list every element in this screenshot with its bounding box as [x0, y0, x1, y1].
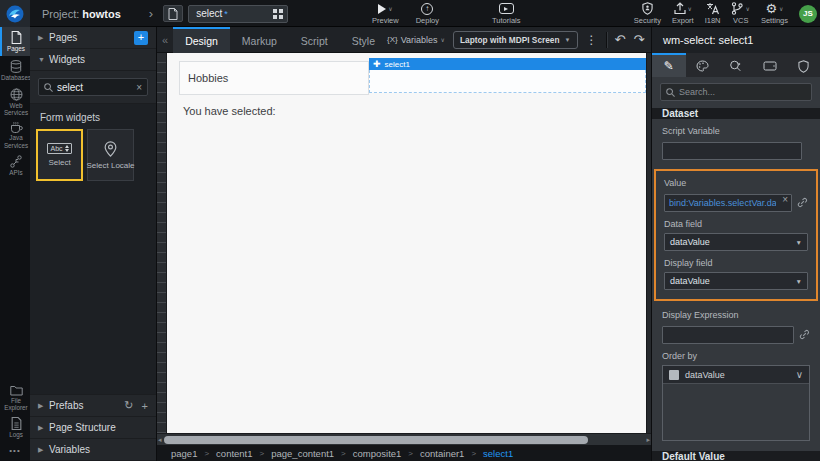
value-binding-input[interactable] — [664, 194, 792, 212]
vertical-ruler — [157, 53, 167, 433]
vcs-button[interactable]: ∨ VCS — [731, 0, 749, 27]
tutorials-button[interactable]: Tutorials — [492, 0, 520, 27]
page-selector-value: select — [196, 8, 222, 19]
folder-icon — [10, 385, 23, 396]
breadcrumb-separator: > — [341, 449, 346, 458]
add-page-button[interactable]: + — [134, 31, 148, 45]
selected-select-widget[interactable]: ✚ select1 — [369, 58, 646, 93]
more-options-icon[interactable]: ⋮ — [586, 33, 598, 47]
tab-events[interactable] — [719, 53, 753, 77]
triangle-right-icon: ▶ — [38, 446, 49, 454]
section-pages[interactable]: ▶ Pages + — [30, 27, 156, 49]
data-field-select[interactable]: dataValue ▼ — [664, 233, 808, 251]
dropdown-arrow-icon: ▼ — [565, 37, 571, 43]
grid-icon[interactable] — [273, 9, 283, 19]
breadcrumb-container1[interactable]: container1 — [420, 448, 464, 459]
sidebar-item-java-services[interactable]: Java Services — [0, 118, 30, 150]
refresh-icon[interactable]: ↻ — [124, 399, 133, 412]
sidebar-item-apis[interactable]: APIs — [0, 151, 30, 180]
wavemaker-logo[interactable] — [0, 0, 30, 27]
scrollbar-thumb[interactable] — [164, 436, 588, 444]
i18n-button[interactable]: I18N — [705, 0, 721, 27]
rail-overflow-menu[interactable]: ••• — [0, 442, 30, 461]
sidebar-item-file-explorer[interactable]: File Explorer — [0, 382, 30, 413]
select-widget-body[interactable] — [369, 70, 646, 93]
toolbar-divider — [606, 32, 607, 48]
tab-properties[interactable]: ✎ — [652, 53, 686, 77]
page-icon[interactable] — [163, 5, 183, 22]
scroll-left-icon[interactable]: ◂ — [158, 434, 162, 446]
clear-binding-icon[interactable]: × — [782, 194, 788, 205]
design-canvas[interactable]: Hobbies ✚ select1 You have selected: — [167, 53, 646, 433]
section-page-structure[interactable]: ▶ Page Structure — [30, 417, 156, 439]
sidebar-item-logs[interactable]: Logs — [0, 413, 30, 442]
widget-card-select-locale[interactable]: Select Locale — [87, 129, 134, 181]
bind-link-icon[interactable] — [799, 329, 810, 340]
breadcrumb-select1[interactable]: select1 — [483, 448, 513, 459]
chevron-down-icon: ∨ — [441, 36, 445, 43]
triangle-right-icon: ▶ — [38, 34, 49, 42]
export-button[interactable]: ∨ Export — [672, 0, 694, 27]
search-icon — [44, 83, 53, 92]
scroll-right-icon[interactable]: ▸ — [646, 434, 650, 446]
variables-button[interactable]: {X} Variables ∨ — [387, 35, 445, 45]
preview-button[interactable]: ∨ Preview — [372, 0, 399, 27]
left-panel-bottom-sections: ▶ Prefabs ↻ + ▶ Page Structure ▶ Variabl… — [30, 394, 156, 461]
sidebar-item-pages[interactable]: Pages — [0, 27, 30, 56]
tab-security[interactable] — [786, 53, 820, 77]
dropdown-arrow-icon: ▼ — [796, 278, 802, 285]
display-expression-input[interactable] — [662, 326, 794, 344]
order-by-checkbox[interactable] — [669, 370, 679, 380]
deploy-button[interactable]: ↑ Deploy — [416, 0, 439, 27]
play-icon — [378, 4, 386, 14]
breadcrumb-page-content1[interactable]: page_content1 — [271, 448, 334, 459]
widget-search-input[interactable] — [57, 82, 132, 93]
properties-panel-title: wm-select: select1 — [652, 27, 820, 53]
wavemaker-logo-icon — [6, 5, 24, 23]
sidebar-item-web-services[interactable]: Web Services — [0, 85, 30, 118]
breadcrumb-page1[interactable]: page1 — [171, 448, 197, 459]
section-widgets[interactable]: ▼ Widgets — [30, 49, 156, 71]
tab-design[interactable]: Design — [173, 27, 230, 53]
script-variable-input[interactable] — [662, 142, 802, 160]
horizontal-scrollbar[interactable]: ◂ ▸ — [157, 433, 651, 445]
user-avatar[interactable]: JS — [799, 5, 817, 23]
document-icon — [168, 8, 178, 20]
properties-panel: wm-select: select1 ✎ — [651, 27, 820, 461]
sidebar-item-databases[interactable]: Databases — [0, 56, 30, 85]
clear-search-icon[interactable]: × — [136, 82, 142, 93]
section-prefabs[interactable]: ▶ Prefabs ↻ + — [30, 395, 156, 417]
page-selector-dropdown[interactable]: select * — [188, 5, 288, 23]
collapse-left-icon[interactable]: « — [157, 34, 173, 46]
undo-icon[interactable]: ↶ — [615, 33, 626, 46]
widget-results: Form widgets Abc Select Select Locale — [30, 104, 156, 394]
redo-icon[interactable]: ↷ — [633, 33, 644, 46]
device-selector-dropdown[interactable]: Laptop with MDPI Screen ▼ — [453, 31, 578, 49]
breadcrumb-composite1[interactable]: composite1 — [353, 448, 402, 459]
widget-card-select[interactable]: Abc Select — [36, 129, 83, 181]
tab-styles[interactable] — [686, 53, 720, 77]
settings-button[interactable]: ⚙∨ Settings — [761, 0, 788, 27]
widget-selection-header[interactable]: ✚ select1 — [369, 58, 646, 70]
chevron-down-icon: ∨ — [688, 5, 692, 12]
order-by-label: Order by — [662, 351, 810, 361]
display-field-label: Display field — [664, 258, 808, 268]
hobbies-label-widget[interactable]: Hobbies — [179, 61, 369, 95]
breadcrumb-content1[interactable]: content1 — [216, 448, 252, 459]
widget-group-title: Form widgets — [30, 104, 156, 129]
bind-link-icon[interactable] — [797, 197, 808, 208]
property-search-input[interactable] — [679, 87, 806, 97]
section-variables[interactable]: ▶ Variables — [30, 439, 156, 461]
add-prefab-icon[interactable]: + — [142, 400, 148, 412]
tab-device[interactable] — [753, 53, 787, 77]
gear-icon: ⚙ — [765, 2, 777, 15]
tab-script[interactable]: Script — [289, 27, 340, 53]
deploy-icon: ↑ — [421, 3, 433, 15]
order-by-multiselect[interactable]: dataValue ∨ — [662, 365, 810, 441]
triangle-down-icon: ▼ — [38, 56, 49, 63]
tab-markup[interactable]: Markup — [230, 27, 289, 53]
tab-style[interactable]: Style — [340, 27, 387, 53]
breadcrumb-chevron-icon: › — [149, 6, 153, 21]
display-field-select[interactable]: dataValue ▼ — [664, 272, 808, 290]
security-button[interactable]: Security — [634, 0, 661, 27]
